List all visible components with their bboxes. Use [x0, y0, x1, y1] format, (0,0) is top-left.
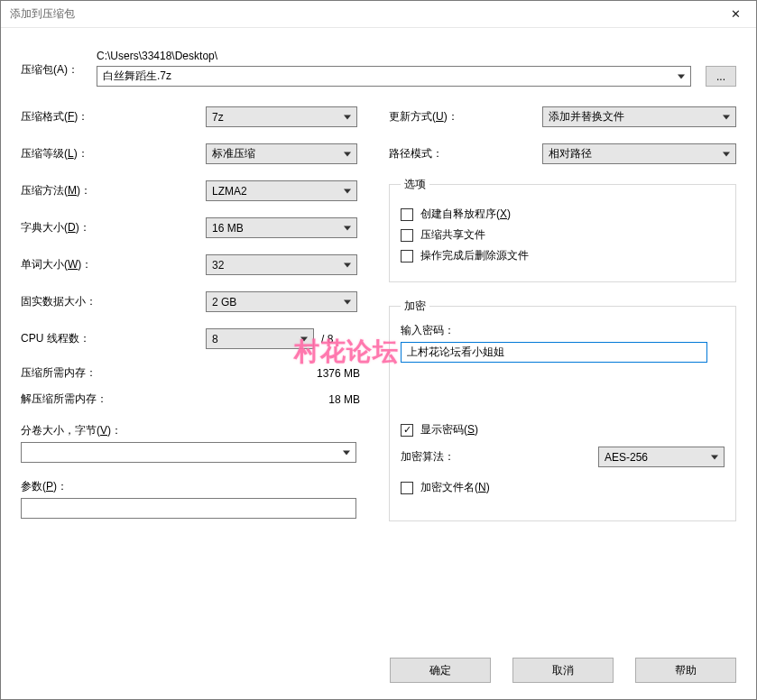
delete-label: 操作完成后删除源文件 [420, 248, 529, 263]
chevron-down-icon [344, 262, 351, 267]
sfx-row: 创建自释放程序(X) [401, 207, 725, 222]
pathmode-label: 路径模式： [389, 146, 542, 161]
shared-row: 压缩共享文件 [401, 227, 725, 243]
button-row: 确定 取消 帮助 [390, 658, 736, 683]
encnames-row: 加密文件名(N) [401, 480, 725, 495]
word-value: 32 [212, 259, 224, 272]
dict-row: 字典大小(D)： 16 MB [21, 217, 362, 238]
columns: 压缩格式(F)： 7z 压缩等级(L)： 标准压缩 压缩方法(M)： [21, 106, 736, 538]
dict-label: 字典大小(D)： [21, 220, 206, 235]
help-label: 帮助 [675, 663, 697, 678]
mem-decomp-label: 解压缩所需内存： [21, 391, 210, 407]
archive-label: 压缩包(A)： [21, 50, 86, 78]
method-select[interactable]: LZMA2 [206, 180, 357, 201]
help-button[interactable]: 帮助 [635, 658, 736, 683]
sfx-checkbox[interactable] [401, 208, 413, 221]
chevron-down-icon [723, 115, 730, 119]
archive-filename-select[interactable]: 白丝舞蹈生.7z [97, 66, 691, 87]
update-label: 更新方式(U)： [389, 109, 542, 124]
chevron-down-icon [711, 455, 718, 459]
close-icon[interactable]: ✕ [715, 1, 756, 28]
delete-checkbox[interactable] [401, 250, 413, 262]
cpu-row: CPU 线程数： 8 / 8 [21, 328, 362, 349]
archive-filename-value: 白丝舞蹈生.7z [103, 69, 171, 84]
encryption-legend: 加密 [401, 299, 429, 314]
split-section: 分卷大小，字节(V)： [21, 423, 362, 463]
encnames-label: 加密文件名(N) [420, 480, 490, 495]
update-value: 添加并替换文件 [549, 109, 624, 124]
archive-column: C:\Users\33418\Desktop\ 白丝舞蹈生.7z ... [97, 50, 736, 87]
chevron-down-icon [678, 74, 685, 78]
encnames-checkbox[interactable] [401, 482, 413, 494]
showpwd-checkbox[interactable]: ✓ [401, 424, 413, 437]
level-label: 压缩等级(L)： [21, 146, 206, 161]
params-input[interactable] [21, 498, 356, 519]
archive-path: C:\Users\33418\Desktop\ [97, 50, 736, 62]
left-column: 压缩格式(F)： 7z 压缩等级(L)： 标准压缩 压缩方法(M)： [21, 106, 362, 538]
mem-comp-value: 1376 MB [210, 367, 362, 380]
right-column: 更新方式(U)： 添加并替换文件 路径模式： 相对路径 选项 [389, 106, 736, 538]
params-label: 参数(P)： [21, 479, 362, 494]
sfx-label: 创建自释放程序(X) [420, 207, 511, 222]
format-label: 压缩格式(F)： [21, 109, 206, 124]
delete-row: 操作完成后删除源文件 [401, 248, 725, 263]
solid-label: 固实数据大小： [21, 294, 206, 309]
window-title: 添加到压缩包 [10, 6, 75, 22]
solid-select[interactable]: 2 GB [206, 291, 357, 312]
dict-value: 16 MB [212, 222, 244, 235]
ok-label: 确定 [429, 663, 451, 678]
cancel-button[interactable]: 取消 [512, 658, 614, 683]
chevron-down-icon [723, 152, 730, 156]
dict-select[interactable]: 16 MB [206, 217, 357, 238]
titlebar: 添加到压缩包 ✕ [1, 1, 756, 28]
shared-checkbox[interactable] [401, 229, 413, 242]
method-row: 压缩方法(M)： LZMA2 [21, 180, 362, 201]
method-value: LZMA2 [212, 185, 247, 198]
chevron-down-icon [344, 226, 351, 230]
word-label: 单词大小(W)： [21, 257, 206, 272]
options-fieldset: 选项 创建自释放程序(X) 压缩共享文件 操作完成后删除源文件 [389, 177, 736, 282]
chevron-down-icon [344, 299, 351, 304]
dialog-window: 添加到压缩包 ✕ 压缩包(A)： C:\Users\33418\Desktop\… [0, 0, 757, 700]
encmethod-select[interactable]: AES-256 [598, 447, 725, 467]
mem-comp-row: 压缩所需内存： 1376 MB [21, 365, 362, 381]
chevron-down-icon [344, 115, 351, 119]
level-row: 压缩等级(L)： 标准压缩 [21, 143, 362, 164]
options-legend: 选项 [401, 177, 429, 192]
encryption-fieldset: 加密 输入密码： ✓ 显示密码(S) 加密算法： AES-256 [389, 299, 736, 521]
split-combo[interactable] [21, 442, 356, 463]
level-select[interactable]: 标准压缩 [206, 143, 357, 164]
format-select[interactable]: 7z [206, 106, 357, 127]
mem-decomp-value: 18 MB [210, 393, 362, 406]
archive-select-row: 白丝舞蹈生.7z ... [97, 66, 736, 87]
showpwd-row: ✓ 显示密码(S) [401, 422, 725, 438]
chevron-down-icon [300, 336, 308, 341]
method-label: 压缩方法(M)： [21, 183, 206, 198]
password-input[interactable] [401, 342, 707, 363]
ok-button[interactable]: 确定 [390, 658, 491, 683]
encmethod-row: 加密算法： AES-256 [401, 447, 725, 467]
chevron-down-icon [343, 450, 350, 455]
format-value: 7z [212, 111, 224, 124]
pathmode-value: 相对路径 [549, 146, 592, 161]
dialog-body: 压缩包(A)： C:\Users\33418\Desktop\ 白丝舞蹈生.7z… [1, 28, 756, 538]
shared-label: 压缩共享文件 [420, 227, 485, 243]
format-row: 压缩格式(F)： 7z [21, 106, 362, 127]
mem-decomp-row: 解压缩所需内存： 18 MB [21, 391, 362, 407]
update-select[interactable]: 添加并替换文件 [542, 106, 736, 127]
word-select[interactable]: 32 [206, 254, 357, 275]
mem-comp-label: 压缩所需内存： [21, 365, 210, 381]
encmethod-label: 加密算法： [401, 449, 598, 465]
solid-row: 固实数据大小： 2 GB [21, 291, 362, 312]
showpwd-label: 显示密码(S) [420, 422, 478, 438]
pathmode-row: 路径模式： 相对路径 [389, 143, 736, 164]
cpu-label: CPU 线程数： [21, 331, 206, 346]
pwd-label: 输入密码： [401, 323, 725, 338]
archive-label-text: 压缩包(A)： [21, 63, 78, 76]
update-row: 更新方式(U)： 添加并替换文件 [389, 106, 736, 127]
browse-button[interactable]: ... [706, 66, 736, 87]
cpu-select[interactable]: 8 [206, 328, 314, 349]
title-buttons: ✕ [715, 1, 756, 28]
pathmode-select[interactable]: 相对路径 [542, 143, 736, 164]
params-section: 参数(P)： [21, 479, 362, 519]
